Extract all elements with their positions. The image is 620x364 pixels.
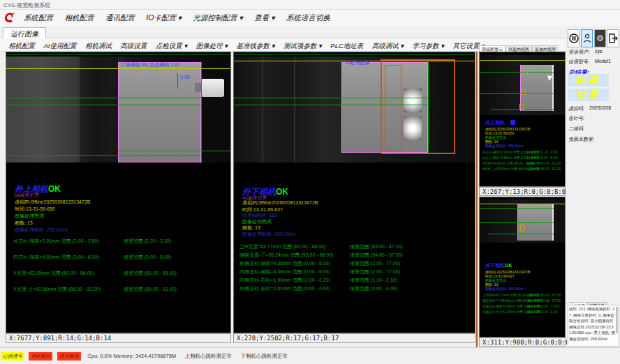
- overlay-line: [234, 105, 428, 105]
- barcode-line: 虚拟码:0ffline2025020813313472B: [15, 199, 90, 206]
- small-camera-view-1[interactable]: 外上相机 虚拟码:2025020813313472B 时间:13-31-59-6…: [479, 52, 566, 187]
- log-scrollbar[interactable]: [616, 307, 618, 333]
- overlay-line: [201, 62, 202, 162]
- menu-item-language[interactable]: 系统语言切换: [282, 10, 334, 26]
- alarm-range: 报警范围:(81.00 - 85.00): [124, 270, 177, 277]
- measurement-row: 外侧左柱-隔膜=4.38mm 范围:(0.00 - 9.00): [239, 260, 330, 267]
- tool-camera-config[interactable]: 相机配置: [6, 39, 38, 53]
- menu-item-view[interactable]: 查看 ▾: [250, 10, 279, 26]
- measurement-row: 内侧左柱-右柱=1.90mm 范围:(1.00 - 2.20): [239, 277, 330, 284]
- measurement-row: 外侧左柱-右柱=2.61mm 范围:(0.60 - 4.00): [239, 285, 330, 292]
- camera-result-title: 外上相机: [485, 119, 505, 126]
- negative-tab-count-label: 负极耳数量:: [568, 136, 594, 143]
- defect-marker: [520, 225, 525, 232]
- login-user-label: 登录用户:: [568, 49, 589, 56]
- alarm-range: 报警范围:(0.00 - 8.00): [527, 156, 558, 160]
- measurement-row: 内左柱-隔膜=4.60mm 范围:(3.00 - 6.00): [13, 254, 99, 261]
- tool-image-processing[interactable]: 图像处理 ▾: [193, 39, 230, 53]
- process-done-line: 图像处理完成: [15, 213, 44, 220]
- app-statusbar: 心跳信号 相机断线 通讯断线 Cpu: 0.0% Memory: 3424.41…: [0, 347, 620, 357]
- overlay-line: [480, 72, 554, 73]
- comm-offline-badge: 通讯断线: [57, 352, 81, 361]
- login-user-value: cys: [595, 49, 603, 54]
- user-login-button[interactable]: [581, 29, 593, 47]
- small-view2-statusbar: X:311;Y:980;R:0;G:0;B:0: [479, 338, 566, 347]
- overlay-line: [6, 54, 231, 55]
- lower-camera-heartbeat-text: 下相机心跳检测正常: [241, 353, 288, 360]
- ai-overlay-text: AI处理图像: [346, 59, 370, 66]
- result-ok: OK: [276, 187, 288, 197]
- tool-learning-params[interactable]: 学习参数 ▾: [410, 39, 447, 53]
- measurement-row: 上H宽度=83.77mm 范围:(82.00 - 88.00): [239, 243, 325, 250]
- exit-button[interactable]: [607, 29, 619, 47]
- menu-item-io-config[interactable]: IO卡配置 ▾: [142, 10, 186, 26]
- small-view1-statusbar: X:267;Y:13;R:0;G:0;B:0: [479, 187, 566, 196]
- alarm-range: 报警范围:(94.00 - 97.00): [527, 299, 561, 303]
- small-view-tabbar: 瑕疵图显示外观内视图返修内视图: [479, 41, 566, 51]
- right-camera-view[interactable]: AI处理图像 外下相机OK NG处理:打开 虚拟码:0ffline2025020…: [233, 52, 475, 333]
- menu-item-camera-config[interactable]: 相机配置: [60, 10, 98, 26]
- pause-button[interactable]: [568, 29, 580, 47]
- pin-number-label: 卷针号:: [568, 115, 584, 122]
- result-ok: OK: [48, 184, 61, 194]
- tab-bar: 运行图像: [0, 26, 620, 38]
- overlay-line: [234, 54, 475, 55]
- heartbeat-badge: 心跳信号: [1, 352, 24, 361]
- overlay-line: [428, 62, 429, 153]
- overlay-line: [480, 222, 554, 223]
- small-camera-view-2[interactable]: 外下相机OK 虚拟码:2025020813313472B 时间:13-31-59…: [479, 197, 566, 338]
- left-camera-view[interactable]: 3.08 计算阈值:93, 动态阈值:100 外上相机OK NG处理:打开 虚拟…: [6, 52, 231, 333]
- defect-marker: [521, 89, 526, 95]
- tool-test-params[interactable]: 测试项参数 ▾: [281, 39, 325, 53]
- camera-result-title: 外下相机OK: [485, 262, 512, 269]
- alarm-range: 报警范围:(2.20 - 3.30): [124, 238, 171, 245]
- metal-tab-highlight: [404, 89, 422, 112]
- overlay-line: [480, 60, 566, 61]
- measurement-row: 内侧左柱-隔膜=4.38mm 范围:(0.00 - 9.00): [239, 268, 330, 275]
- left-view-statusbar: X:7677;Y:891;R:14;G:14;B:14: [6, 333, 231, 343]
- barcode-line: 虚拟码:0ffline2025020813313472B: [242, 199, 318, 206]
- camera-offline-badge: 相机断线: [29, 352, 52, 361]
- tool-advanced-settings[interactable]: 高级设置: [117, 39, 149, 53]
- menu-item-system-config[interactable]: 系统配置: [20, 10, 57, 26]
- overlay-line: [6, 156, 201, 156]
- menu-item-comm-config[interactable]: 通讯配置: [101, 10, 139, 26]
- overlay-line: [6, 98, 201, 98]
- tool-ai-config[interactable]: AI使用配置: [40, 39, 79, 53]
- elapsed-line: 图像处理耗时: 258.00ms: [15, 227, 68, 234]
- tool-baseline-params[interactable]: 基准线参数 ▾: [234, 39, 278, 53]
- defect-marker: [519, 104, 524, 110]
- tool-plc-address[interactable]: PLC地址表: [327, 39, 366, 53]
- virtual-code-value: 20250208: [589, 105, 611, 110]
- log-view[interactable]: 耗时: 222, 网络检测耗时: 17, 网络分离耗时: 0, 网络提取分区耗时…: [568, 305, 619, 347]
- result-ok: OK: [505, 263, 512, 268]
- tool-advanced-debug[interactable]: 高级调试 ▾: [369, 39, 406, 53]
- overlay-line: [488, 234, 554, 234]
- alarm-range: 报警范围:(89.00 - 91.00): [124, 286, 177, 293]
- image-structure-line: [322, 56, 323, 162]
- alarm-range: 报警范围:(89.00 - 91.00): [527, 167, 561, 171]
- menu-items: 系统配置 相机配置 通讯配置 IO卡配置 ▾ 光源控制配置 ▾ 查看 ▾ 系统语…: [20, 10, 334, 26]
- overlay-line: [6, 105, 201, 105]
- virtual-code-label: 虚拟码:: [568, 105, 584, 112]
- window-title: CYS-视觉检测系统: [3, 2, 50, 8]
- overlay-line: [6, 68, 231, 69]
- measurement-row: X宽度=83.05mm 范围:(80.00 - 86.00): [13, 270, 94, 277]
- control-panel: ⚙ 登录用户: cys 使用型号: Model1 总结果: 结果 结果 虚拟码:…: [567, 28, 620, 347]
- vertical-splitter[interactable]: [476, 52, 478, 347]
- result-indicator: [510, 120, 515, 125]
- tool-spotcheck-settings[interactable]: 点检设置 ▾: [153, 39, 190, 53]
- right-view-statusbar: X:270;Y:2502;R:17;G:17;B:17: [233, 333, 475, 343]
- overlay-line: [480, 208, 554, 209]
- alarm-range: 报警范围:(1.10 - 2.10): [527, 310, 558, 314]
- alarm-range: 报警范围:(1.10 - 2.10): [350, 277, 397, 284]
- settings-button[interactable]: ⚙: [594, 29, 606, 47]
- menu-item-light-config[interactable]: 光源控制配置 ▾: [189, 10, 247, 26]
- title-bar: CYS-视觉检测系统: [0, 0, 620, 10]
- tool-camera-debug[interactable]: 相机调试: [82, 39, 115, 53]
- app-window: CYS-视觉检测系统 系统配置 相机配置 通讯配置 IO卡配置 ▾ 光源控制配置…: [0, 0, 620, 364]
- alarm-range: 报警范围:(94.00 - 97.00): [350, 252, 403, 259]
- cpu-memory-text: Cpu: 0.0% Memory: 3424.41796875M: [87, 353, 176, 359]
- alarm-range: 报警范围:(83.00 - 87.00): [527, 294, 561, 297]
- image-shadow-band: [80, 56, 118, 162]
